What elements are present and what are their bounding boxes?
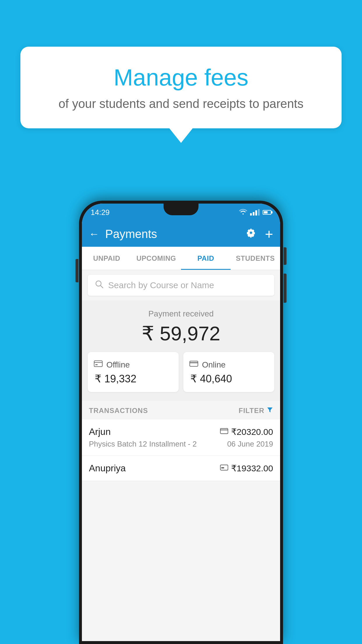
svg-rect-9 [220, 428, 228, 434]
filter-label: FILTER [239, 407, 264, 415]
arjun-amount-row: ₹20320.00 [220, 427, 273, 437]
anupriya-amount-row: ₹19332.00 [220, 463, 273, 473]
online-icon [189, 359, 198, 370]
app-bar-title: Payments [105, 228, 246, 241]
signal-bars [250, 209, 260, 216]
anupriya-name: Anupriya [89, 463, 126, 474]
add-button[interactable]: + [265, 226, 273, 242]
phone-frame: 14:29 [79, 201, 283, 644]
app-bar-actions: + [246, 226, 273, 242]
offline-label: Offline [106, 360, 130, 370]
side-button-right-2 [284, 274, 287, 303]
arjun-amount: ₹20320.00 [231, 427, 273, 437]
wifi-icon [239, 208, 247, 216]
status-time: 14:29 [91, 208, 110, 217]
svg-rect-2 [94, 361, 102, 367]
search-bar[interactable]: Search by Course or Name [88, 275, 274, 296]
offline-payment-card: Offline ₹ 19,332 [88, 352, 179, 392]
online-amount: ₹ 40,640 [189, 373, 232, 385]
search-icon [95, 280, 103, 291]
arjun-main-row: Arjun ₹20320.00 [89, 426, 273, 437]
transactions-label: TRANSACTIONS [89, 407, 148, 415]
arjun-sub-row: Physics Batch 12 Installment - 2 06 June… [89, 440, 273, 449]
tab-unpaid[interactable]: UNPAID [82, 247, 131, 270]
side-button-right-1 [284, 247, 287, 265]
arjun-name: Arjun [89, 426, 111, 437]
transaction-item-anupriya[interactable]: Anupriya ₹19332.00 [82, 456, 280, 481]
arjun-course: Physics Batch 12 Installment - 2 [89, 440, 197, 449]
arjun-date: 06 June 2019 [227, 440, 273, 449]
notch [164, 204, 198, 215]
transactions-header: TRANSACTIONS FILTER [82, 401, 280, 419]
anupriya-payment-icon [220, 464, 228, 473]
battery-icon [263, 210, 271, 215]
payment-summary: Payment received ₹ 59,972 Offline [82, 300, 280, 401]
payment-cards: Offline ₹ 19,332 Onlin [88, 352, 274, 392]
phone-screen: 14:29 [82, 204, 280, 641]
filter-button[interactable]: FILTER [239, 407, 273, 415]
payment-received-label: Payment received [88, 309, 274, 318]
tab-students[interactable]: STUDENTS [231, 247, 280, 270]
anupriya-amount: ₹19332.00 [231, 463, 273, 473]
tab-paid[interactable]: PAID [181, 247, 231, 270]
payment-total-amount: ₹ 59,972 [88, 322, 274, 345]
back-button[interactable]: ← [89, 228, 99, 240]
offline-card-header: Offline [94, 359, 130, 370]
search-input[interactable]: Search by Course or Name [108, 280, 214, 290]
svg-rect-4 [95, 364, 98, 365]
svg-marker-8 [267, 407, 273, 412]
online-label: Online [202, 360, 226, 370]
svg-rect-5 [190, 361, 198, 366]
side-button-left [75, 259, 78, 282]
transaction-item-arjun[interactable]: Arjun ₹20320.00 Physics Batch 12 Install… [82, 419, 280, 456]
speech-bubble-title: Manage fees [38, 64, 324, 91]
status-bar-right [239, 208, 271, 216]
online-card-header: Online [189, 359, 226, 370]
speech-bubble-container: Manage fees of your students and send re… [20, 47, 342, 143]
online-payment-card: Online ₹ 40,640 [183, 352, 274, 392]
speech-bubble: Manage fees of your students and send re… [20, 47, 342, 128]
app-bar: ← Payments + [82, 221, 280, 247]
anupriya-main-row: Anupriya ₹19332.00 [89, 463, 273, 474]
tabs: UNPAID UPCOMING PAID STUDENTS [82, 247, 280, 270]
arjun-payment-icon [220, 427, 228, 436]
offline-amount: ₹ 19,332 [94, 373, 136, 385]
svg-line-1 [101, 286, 103, 288]
speech-bubble-arrow [169, 128, 193, 143]
settings-button[interactable] [246, 228, 256, 240]
svg-rect-12 [221, 467, 224, 468]
speech-bubble-subtitle: of your students and send receipts to pa… [38, 97, 324, 111]
offline-icon [94, 359, 103, 370]
filter-icon [267, 407, 273, 415]
tab-upcoming[interactable]: UPCOMING [131, 247, 181, 270]
